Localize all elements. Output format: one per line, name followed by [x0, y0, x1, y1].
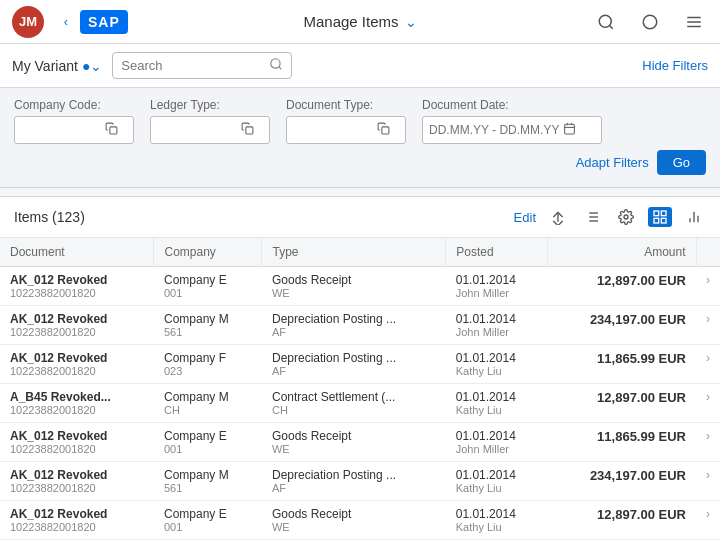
company-code: CH [164, 404, 252, 416]
posted-by: Kathy Liu [456, 404, 538, 416]
row-chevron-icon: › [706, 351, 710, 365]
grid-view-icon[interactable] [648, 207, 672, 227]
amount-value: 12,897.00 EUR [597, 507, 686, 522]
type-code: AF [272, 326, 436, 338]
type-name: Goods Receipt [272, 507, 436, 521]
company-code-label: Company Code: [14, 98, 134, 112]
posted-by: Kathy Liu [456, 521, 538, 533]
table-row[interactable]: AK_012 Revoked 10223882001820 Company F … [0, 345, 720, 384]
row-chevron-cell[interactable]: › [696, 423, 720, 462]
doc-name: A_B45 Revoked... [10, 390, 144, 404]
posted-date: 01.01.2014 [456, 468, 538, 482]
menu-icon[interactable] [680, 8, 708, 36]
amount-value: 234,197.00 EUR [590, 312, 686, 327]
table-row[interactable]: AK_012 Revoked 10223882001820 Company E … [0, 501, 720, 540]
table-row[interactable]: AK_012 Revoked 10223882001820 Company M … [0, 462, 720, 501]
type-name: Depreciation Posting ... [272, 312, 436, 326]
type-code: WE [272, 287, 436, 299]
row-chevron-cell[interactable]: › [696, 501, 720, 540]
company-code: 001 [164, 443, 252, 455]
company-code: 001 [164, 521, 252, 533]
cell-amount: 11,865.99 EUR [548, 423, 696, 462]
search-icon[interactable] [592, 8, 620, 36]
table-header-row: Document Company Type Posted Amount [0, 238, 720, 267]
doc-name: AK_012 Revoked [10, 429, 144, 443]
title-chevron-down-icon[interactable]: ⌄ [405, 14, 417, 30]
cell-company: Company E 001 [154, 423, 262, 462]
row-chevron-cell[interactable]: › [696, 267, 720, 306]
col-document: Document [0, 238, 154, 267]
svg-rect-23 [654, 211, 659, 216]
table-row[interactable]: AK_012 Revoked 10223882001820 Company E … [0, 423, 720, 462]
company-code-input[interactable] [21, 123, 101, 137]
variant-chevron-down-icon: ●⌄ [82, 58, 102, 74]
row-chevron-icon: › [706, 429, 710, 443]
row-chevron-cell[interactable]: › [696, 462, 720, 501]
header-title-area: Manage Items ⌄ [303, 13, 416, 30]
table-row[interactable]: AK_012 Revoked 10223882001820 Company M … [0, 306, 720, 345]
document-date-input[interactable] [429, 123, 559, 137]
settings-icon[interactable] [614, 207, 638, 227]
type-code: AF [272, 482, 436, 494]
table-row[interactable]: A_B45 Revoked... 10223882001820 Company … [0, 384, 720, 423]
hide-filters-button[interactable]: Hide Filters [642, 58, 708, 73]
amount-value: 11,865.99 EUR [597, 351, 686, 366]
cell-amount: 12,897.00 EUR [548, 501, 696, 540]
cell-type: Depreciation Posting ... AF [262, 306, 446, 345]
edit-button[interactable]: Edit [514, 210, 536, 225]
cell-document: AK_012 Revoked 10223882001820 [0, 306, 154, 345]
row-chevron-icon: › [706, 468, 710, 482]
search-input[interactable] [121, 58, 263, 73]
calendar-icon[interactable] [563, 122, 576, 138]
bar-chart-icon[interactable] [682, 207, 706, 227]
company-name: Company M [164, 468, 252, 482]
type-name: Goods Receipt [272, 429, 436, 443]
go-button[interactable]: Go [657, 150, 706, 175]
doc-name: AK_012 Revoked [10, 351, 144, 365]
table-row[interactable]: AK_012 Revoked 10223882001820 Company E … [0, 267, 720, 306]
ledger-type-input[interactable] [157, 123, 237, 137]
cell-posted: 01.01.2014 John Miller [446, 267, 548, 306]
cell-posted: 01.01.2014 Kathy Liu [446, 345, 548, 384]
avatar[interactable]: JM [12, 6, 44, 38]
filters-actions: Adapt Filters Go [14, 144, 706, 183]
cell-company: Company F 023 [154, 345, 262, 384]
company-code: 561 [164, 482, 252, 494]
svg-point-22 [624, 215, 628, 219]
variant-selector[interactable]: My Variant ●⌄ [12, 58, 102, 74]
cell-company: Company M 561 [154, 462, 262, 501]
list-view-icon[interactable] [580, 207, 604, 227]
svg-rect-25 [661, 218, 666, 223]
back-button[interactable]: ‹ [52, 8, 80, 36]
col-amount: Amount [548, 238, 696, 267]
svg-point-6 [271, 59, 280, 68]
document-type-input[interactable] [293, 123, 373, 137]
filter-document-type: Document Type: [286, 98, 406, 144]
type-name: Contract Settlement (... [272, 390, 436, 404]
document-type-copy-icon[interactable] [377, 122, 390, 138]
document-date-input-row [422, 116, 602, 144]
type-code: AF [272, 365, 436, 377]
company-name: Company E [164, 507, 252, 521]
doc-name: AK_012 Revoked [10, 273, 144, 287]
adapt-filters-button[interactable]: Adapt Filters [576, 155, 649, 170]
amount-value: 11,865.99 EUR [597, 429, 686, 444]
notifications-icon[interactable] [636, 8, 664, 36]
posted-date: 01.01.2014 [456, 390, 538, 404]
company-code-copy-icon[interactable] [105, 122, 118, 138]
sort-icon[interactable] [546, 207, 570, 227]
row-chevron-cell[interactable]: › [696, 306, 720, 345]
cell-amount: 234,197.00 EUR [548, 306, 696, 345]
ledger-type-copy-icon[interactable] [241, 122, 254, 138]
posted-by: Kathy Liu [456, 482, 538, 494]
sap-logo-text: SAP [80, 10, 128, 34]
doc-id: 10223882001820 [10, 404, 144, 416]
svg-point-2 [643, 15, 657, 29]
cell-amount: 234,197.00 EUR [548, 462, 696, 501]
row-chevron-cell[interactable]: › [696, 384, 720, 423]
search-box [112, 52, 292, 79]
type-code: WE [272, 521, 436, 533]
toolbar: My Variant ●⌄ Hide Filters [0, 44, 720, 88]
row-chevron-cell[interactable]: › [696, 345, 720, 384]
cell-type: Depreciation Posting ... AF [262, 345, 446, 384]
